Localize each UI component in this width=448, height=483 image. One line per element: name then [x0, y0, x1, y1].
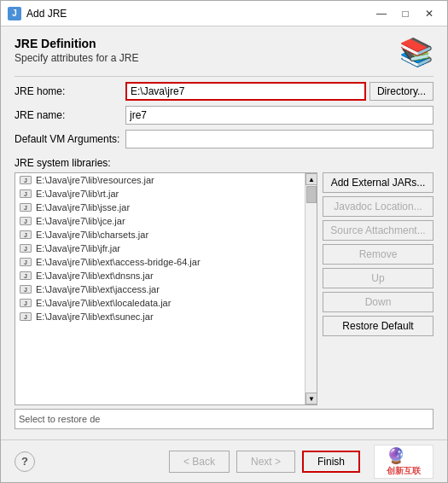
- libraries-container: JE:\Java\jre7\lib\resources.jarJE:\Java\…: [15, 172, 433, 405]
- list-item[interactable]: JE:\Java\jre7\lib\ext\access-bridge-64.j…: [15, 255, 305, 269]
- header-info: JRE Definition Specify attributes for a …: [15, 37, 399, 71]
- jar-icon: J: [19, 175, 32, 185]
- header-divider: [15, 76, 433, 77]
- window-icon: J: [8, 7, 21, 20]
- footer-bar: ? < Back Next > Finish 🔮 创新互联: [1, 439, 447, 482]
- add-jre-dialog: J Add JRE — □ ✕ JRE Definition Specify a…: [0, 0, 448, 483]
- list-item[interactable]: JE:\Java\jre7\lib\charsets.jar: [15, 228, 305, 242]
- finish-button[interactable]: Finish: [302, 451, 360, 473]
- brand-text: 🔮 创新互联: [387, 446, 421, 477]
- jar-icon: J: [19, 189, 32, 199]
- scroll-track: [305, 185, 317, 393]
- restore-note: Select to restore de: [15, 409, 433, 429]
- jre-home-label: JRE home:: [15, 85, 125, 97]
- directory-button[interactable]: Directory...: [369, 82, 433, 101]
- jar-icon: J: [19, 257, 32, 267]
- down-button[interactable]: Down: [323, 292, 433, 312]
- jar-icon: J: [19, 284, 32, 294]
- back-button[interactable]: < Back: [169, 451, 230, 473]
- library-path: E:\Java\jre7\lib\ext\jaccess.jar: [36, 284, 160, 294]
- jre-name-input[interactable]: [125, 106, 433, 125]
- jre-name-label: JRE name:: [15, 109, 125, 121]
- up-button[interactable]: Up: [323, 268, 433, 288]
- jar-icon: J: [19, 271, 32, 281]
- library-path: E:\Java\jre7\lib\ext\localedata.jar: [36, 298, 171, 308]
- default-vm-label: Default VM Arguments:: [15, 133, 125, 145]
- restore-note-text: Select to restore de: [19, 414, 100, 424]
- brand-logo: 🔮 创新互联: [374, 445, 433, 479]
- list-item[interactable]: JE:\Java\jre7\lib\rt.jar: [15, 187, 305, 201]
- section-subtitle: Specify attributes for a JRE: [15, 52, 399, 64]
- libraries-list: JE:\Java\jre7\lib\resources.jarJE:\Java\…: [15, 173, 305, 404]
- library-path: E:\Java\jre7\lib\jsse.jar: [36, 202, 130, 212]
- list-item[interactable]: JE:\Java\jre7\lib\ext\dnsns.jar: [15, 269, 305, 282]
- scroll-thumb[interactable]: [306, 186, 317, 203]
- list-item[interactable]: JE:\Java\jre7\lib\ext\jaccess.jar: [15, 282, 305, 296]
- javadoc-location-button[interactable]: Javadoc Location...: [323, 196, 433, 217]
- default-vm-row: Default VM Arguments:: [15, 130, 433, 148]
- scroll-down-btn[interactable]: ▼: [305, 393, 317, 404]
- jar-icon: J: [19, 216, 32, 226]
- default-vm-input[interactable]: [125, 130, 433, 148]
- jre-name-row: JRE name:: [15, 106, 433, 125]
- help-button[interactable]: ?: [15, 451, 35, 472]
- list-item[interactable]: JE:\Java\jre7\lib\jsse.jar: [15, 201, 305, 214]
- jar-icon: J: [19, 298, 32, 308]
- close-button[interactable]: ✕: [418, 4, 440, 23]
- library-path: E:\Java\jre7\lib\ext\access-bridge-64.ja…: [36, 257, 201, 267]
- libraries-buttons: Add External JARs... Javadoc Location...…: [323, 172, 433, 405]
- window-title: Add JRE: [26, 8, 370, 20]
- source-attachment-button[interactable]: Source Attachment...: [323, 220, 433, 241]
- titlebar: J Add JRE — □ ✕: [1, 1, 447, 26]
- library-path: E:\Java\jre7\lib\ext\dnsns.jar: [36, 271, 154, 281]
- jar-icon: J: [19, 230, 32, 240]
- jre-home-input[interactable]: [125, 82, 366, 101]
- section-title: JRE Definition: [15, 37, 399, 50]
- library-path: E:\Java\jre7\lib\resources.jar: [36, 175, 154, 185]
- remove-button[interactable]: Remove: [323, 244, 433, 265]
- list-item[interactable]: JE:\Java\jre7\lib\resources.jar: [15, 173, 305, 187]
- books-icon: 📚: [399, 36, 433, 68]
- jar-icon: J: [19, 202, 32, 212]
- libraries-label: JRE system libraries:: [15, 157, 433, 169]
- jre-home-row: JRE home: Directory...: [15, 82, 433, 101]
- list-item[interactable]: JE:\Java\jre7\lib\ext\localedata.jar: [15, 296, 305, 310]
- list-item[interactable]: JE:\Java\jre7\lib\jce.jar: [15, 214, 305, 228]
- restore-default-button[interactable]: Restore Default: [323, 316, 433, 336]
- library-path: E:\Java\jre7\lib\jce.jar: [36, 216, 125, 226]
- list-item[interactable]: JE:\Java\jre7\lib\jfr.jar: [15, 242, 305, 255]
- list-item[interactable]: JE:\Java\jre7\lib\ext\sunec.jar: [15, 310, 305, 323]
- scrollbar[interactable]: ▲ ▼: [305, 173, 317, 404]
- minimize-button[interactable]: —: [370, 4, 393, 23]
- library-path: E:\Java\jre7\lib\rt.jar: [36, 189, 119, 199]
- maximize-button[interactable]: □: [394, 4, 416, 23]
- jar-icon: J: [19, 243, 32, 253]
- header-row: JRE Definition Specify attributes for a …: [15, 37, 433, 71]
- jar-icon: J: [19, 311, 32, 322]
- library-path: E:\Java\jre7\lib\ext\sunec.jar: [36, 311, 154, 322]
- libraries-list-wrap: JE:\Java\jre7\lib\resources.jarJE:\Java\…: [15, 172, 317, 405]
- library-path: E:\Java\jre7\lib\jfr.jar: [36, 243, 120, 253]
- libraries-section: JRE system libraries: JE:\Java\jre7\lib\…: [15, 157, 433, 429]
- add-external-jars-button[interactable]: Add External JARs...: [323, 172, 433, 193]
- window-controls: — □ ✕: [370, 4, 440, 23]
- next-button[interactable]: Next >: [236, 451, 295, 473]
- library-path: E:\Java\jre7\lib\charsets.jar: [36, 230, 148, 240]
- scroll-up-btn[interactable]: ▲: [305, 173, 317, 185]
- main-content: JRE Definition Specify attributes for a …: [1, 26, 447, 439]
